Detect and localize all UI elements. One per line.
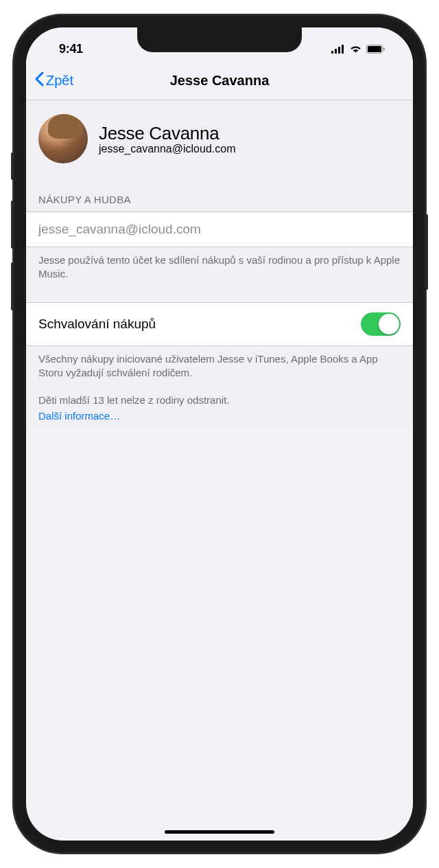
status-time: 9:41: [59, 42, 83, 56]
content: Jesse Cavanna jesse_cavanna@icloud.com N…: [26, 100, 413, 428]
svg-rect-3: [342, 45, 344, 54]
profile-info: Jesse Cavanna jesse_cavanna@icloud.com: [99, 123, 235, 155]
age-note: Děti mladší 13 let nelze z rodiny odstra…: [38, 393, 401, 407]
svg-rect-6: [383, 47, 385, 51]
power-button: [425, 214, 428, 290]
toggle-description: Všechny nákupy iniciované uživatelem Jes…: [38, 352, 401, 380]
toggle-knob: [379, 314, 399, 334]
svg-rect-1: [335, 49, 337, 54]
svg-rect-2: [338, 47, 340, 54]
account-description: Jesse používá tento účet ke sdílení náku…: [26, 247, 413, 282]
back-button[interactable]: Zpět: [26, 71, 73, 90]
back-label: Zpět: [46, 73, 73, 89]
home-indicator[interactable]: [165, 830, 274, 834]
profile-section: Jesse Cavanna jesse_cavanna@icloud.com: [26, 100, 413, 176]
phone-frame: 9:41 Zpět Jesse Cavanna: [14, 15, 425, 853]
silent-switch: [11, 152, 14, 180]
info-block: Všechny nákupy iniciované uživatelem Jes…: [26, 346, 413, 429]
approval-toggle-cell: Schvalování nákupů: [26, 302, 413, 346]
spacer: [26, 282, 413, 302]
volume-down-button: [11, 262, 14, 310]
account-value: jesse_cavanna@icloud.com: [38, 222, 201, 237]
avatar: [38, 114, 88, 163]
profile-name: Jesse Cavanna: [99, 123, 235, 144]
toggle-label: Schvalování nákupů: [38, 317, 156, 332]
svg-rect-0: [331, 51, 333, 54]
navigation-bar: Zpět Jesse Cavanna: [26, 62, 413, 100]
chevron-left-icon: [34, 71, 45, 90]
more-info-link[interactable]: Další informace…: [38, 410, 401, 422]
svg-rect-5: [368, 46, 381, 52]
account-cell[interactable]: jesse_cavanna@icloud.com: [26, 212, 413, 247]
profile-email: jesse_cavanna@icloud.com: [99, 143, 235, 155]
page-title: Jesse Cavanna: [170, 73, 270, 89]
battery-icon: [366, 45, 385, 54]
approval-toggle[interactable]: [361, 312, 401, 336]
notch: [137, 27, 302, 52]
section-header-purchases: NÁKUPY A HUDBA: [26, 176, 413, 212]
screen: 9:41 Zpět Jesse Cavanna: [26, 27, 413, 841]
wifi-icon: [349, 45, 362, 54]
cellular-signal-icon: [331, 45, 345, 54]
status-icons: [331, 45, 385, 54]
volume-up-button: [11, 201, 14, 249]
